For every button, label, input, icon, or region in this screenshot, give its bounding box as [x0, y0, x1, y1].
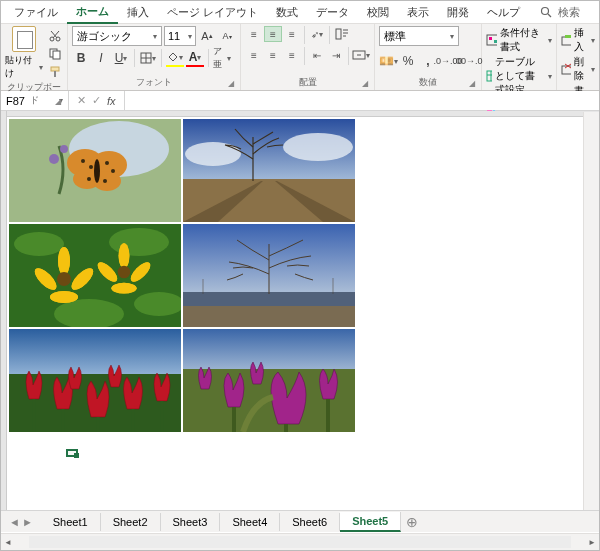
wrap-text-button[interactable]: [333, 26, 351, 42]
insert-function-button[interactable]: fx: [107, 95, 116, 107]
italic-button[interactable]: I: [92, 49, 110, 67]
align-left-button[interactable]: ≡: [245, 47, 263, 63]
tab-home[interactable]: ホーム: [67, 1, 118, 24]
svg-point-55: [109, 228, 169, 256]
increase-indent-button[interactable]: ⇥: [327, 47, 345, 63]
tab-search[interactable]: 検索: [529, 1, 589, 23]
align-top-button[interactable]: ≡: [245, 26, 263, 42]
currency-button[interactable]: 💴▾: [379, 52, 397, 70]
image-magenta-tulips[interactable]: [183, 329, 355, 432]
scroll-right-icon[interactable]: ►: [585, 538, 599, 547]
phonetic-button[interactable]: ア亜▾: [213, 49, 231, 67]
sheet-tab[interactable]: Sheet2: [101, 513, 161, 531]
align-center-button[interactable]: ≡: [264, 47, 282, 63]
fill-color-button[interactable]: ▾: [166, 49, 184, 67]
scroll-track[interactable]: [29, 536, 571, 548]
tab-view[interactable]: 表示: [398, 2, 438, 23]
underline-button[interactable]: U▾: [112, 49, 130, 67]
font-color-button[interactable]: A▾: [186, 49, 204, 67]
format-painter-button[interactable]: [47, 64, 63, 80]
align-right-button[interactable]: ≡: [283, 47, 301, 63]
align-bottom-button[interactable]: ≡: [283, 26, 301, 42]
search-label: 検索: [558, 5, 580, 20]
svg-point-43: [105, 161, 109, 165]
tab-formulas[interactable]: 数式: [267, 2, 307, 23]
group-number-label: 数値: [419, 77, 437, 87]
svg-point-50: [283, 133, 353, 161]
prev-sheet-button[interactable]: ◄: [9, 516, 20, 528]
decrease-indent-button[interactable]: ⇤: [308, 47, 326, 63]
image-red-tulips[interactable]: [9, 329, 181, 432]
sheet-tab[interactable]: Sheet6: [280, 513, 340, 531]
decrease-decimal-button[interactable]: .00→.0: [459, 52, 477, 70]
tab-page-layout[interactable]: ページ レイアウト: [158, 2, 267, 23]
sheet-tab[interactable]: Sheet4: [220, 513, 280, 531]
font-name-dropdown[interactable]: 游ゴシック ▾: [72, 26, 162, 46]
svg-line-1: [548, 14, 551, 17]
svg-point-71: [119, 243, 130, 268]
group-styles: 条件付き書式▾ テーブルとして書式設定▾ セルのスタイル▾ スタイル: [482, 24, 557, 90]
copy-button[interactable]: [47, 46, 63, 62]
conditional-formatting-button[interactable]: 条件付き書式▾: [486, 26, 552, 54]
svg-point-66: [57, 272, 71, 286]
group-number: 標準 ▾ 💴▾ % , .0→.00 .00→.0 数値 ◢: [375, 24, 482, 90]
inserted-images: [9, 119, 355, 432]
font-name-value: 游ゴシック: [77, 29, 132, 44]
merge-cells-button[interactable]: ▾: [352, 47, 370, 63]
image-lake-winter[interactable]: [183, 224, 355, 327]
chevron-down-icon: ▾: [153, 32, 157, 41]
orientation-button[interactable]: ➶▾: [308, 26, 326, 42]
svg-rect-17: [489, 37, 492, 40]
insert-cells-button[interactable]: 挿入▾: [561, 26, 595, 54]
sheet-tab-active[interactable]: Sheet5: [340, 512, 401, 532]
tab-developer[interactable]: 開発: [438, 2, 478, 23]
sheet-tab[interactable]: Sheet3: [161, 513, 221, 531]
insert-icon: [561, 34, 571, 46]
number-format-dropdown[interactable]: 標準 ▾: [379, 26, 459, 46]
decrease-font-button[interactable]: A▾: [218, 27, 236, 45]
enter-formula-button[interactable]: ✓: [92, 94, 101, 107]
font-size-dropdown[interactable]: 11 ▾: [164, 26, 196, 46]
next-sheet-button[interactable]: ►: [22, 516, 33, 528]
align-middle-button[interactable]: ≡: [264, 26, 282, 42]
image-butterfly[interactable]: [9, 119, 181, 222]
image-bare-tree[interactable]: [183, 119, 355, 222]
conditional-icon: [486, 34, 497, 46]
border-button[interactable]: ▾: [139, 49, 157, 67]
new-sheet-button[interactable]: ⊕: [401, 511, 423, 533]
conditional-label: 条件付き書式: [500, 26, 545, 54]
dialog-launcher-icon[interactable]: ◢: [360, 79, 370, 89]
worksheet[interactable]: [1, 111, 599, 511]
paste-button[interactable]: 貼り付け ▾: [5, 26, 43, 80]
cancel-formula-button[interactable]: ✕: [77, 94, 86, 107]
column-ruler[interactable]: [1, 111, 599, 117]
tab-file[interactable]: ファイル: [5, 2, 67, 23]
scroll-left-icon[interactable]: ◄: [1, 538, 15, 547]
tab-insert[interactable]: 挿入: [118, 2, 158, 23]
delete-cells-button[interactable]: 削除▾: [561, 55, 595, 83]
svg-point-36: [60, 145, 68, 153]
vertical-scrollbar[interactable]: [583, 112, 599, 510]
percent-button[interactable]: %: [399, 52, 417, 70]
horizontal-scrollbar[interactable]: ◄ ►: [1, 533, 599, 550]
sheet-tab[interactable]: Sheet1: [41, 513, 101, 531]
bold-button[interactable]: B: [72, 49, 90, 67]
row-ruler[interactable]: [1, 111, 7, 511]
svg-point-45: [87, 177, 91, 181]
svg-rect-27: [562, 37, 571, 45]
tab-review[interactable]: 校閲: [358, 2, 398, 23]
svg-rect-77: [183, 292, 355, 306]
dialog-launcher-icon[interactable]: ◢: [53, 97, 63, 107]
tab-data[interactable]: データ: [307, 2, 358, 23]
dialog-launcher-icon[interactable]: ◢: [226, 79, 236, 89]
cut-button[interactable]: [47, 28, 63, 44]
formula-input[interactable]: [125, 91, 599, 110]
sheet-tab-bar: ◄ ► Sheet1 Sheet2 Sheet3 Sheet4 Sheet6 S…: [1, 510, 599, 532]
dialog-launcher-icon[interactable]: ◢: [467, 79, 477, 89]
group-cells: 挿入▾ 削除▾ 書式▾ セル: [557, 24, 599, 90]
tab-help[interactable]: ヘルプ: [478, 2, 529, 23]
svg-rect-9: [54, 71, 56, 77]
increase-font-button[interactable]: A▴: [198, 27, 216, 45]
svg-point-44: [111, 169, 115, 173]
image-yellow-flowers[interactable]: [9, 224, 181, 327]
